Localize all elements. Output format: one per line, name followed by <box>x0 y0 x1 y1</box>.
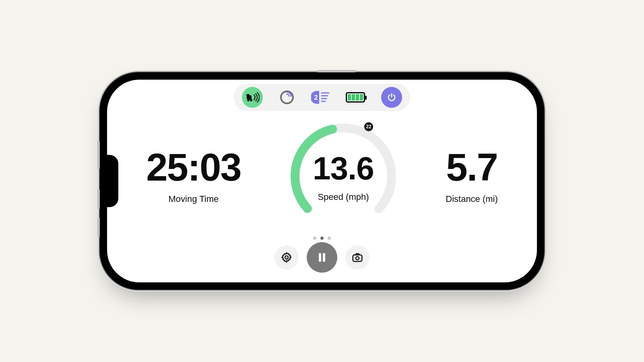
speed-label: Speed (mph) <box>318 192 369 202</box>
page-dot[interactable] <box>313 237 316 240</box>
gps-loading-icon <box>279 89 295 105</box>
status-bar: 2 <box>234 84 410 111</box>
radar-icon <box>242 87 263 108</box>
status-radar[interactable] <box>242 87 263 108</box>
status-power[interactable] <box>381 87 402 108</box>
speed-gauge[interactable]: 22 13.6 Speed (mph) <box>287 120 400 232</box>
screen: 2 <box>107 80 537 282</box>
moving-time-label: Moving Time <box>146 194 241 204</box>
page-indicator[interactable] <box>313 237 331 240</box>
camera-button[interactable] <box>345 245 369 269</box>
power-icon <box>381 87 402 108</box>
page-dot[interactable] <box>328 237 331 240</box>
gear-icon <box>281 251 293 263</box>
page-dot[interactable] <box>320 237 324 240</box>
svg-point-1 <box>247 99 250 101</box>
speed-value: 13.6 <box>313 150 374 187</box>
pause-icon <box>316 251 328 264</box>
metric-moving-time[interactable]: 25:03 Moving Time <box>146 148 241 204</box>
status-gps[interactable] <box>279 89 295 105</box>
bottom-controls <box>275 242 369 273</box>
svg-rect-3 <box>246 94 250 96</box>
phone-button-side <box>97 189 100 209</box>
phone-button-top <box>317 70 356 72</box>
pause-button[interactable] <box>307 242 337 273</box>
moving-time-value: 25:03 <box>146 148 241 187</box>
distance-label: Distance (mi) <box>446 194 498 204</box>
distance-value: 5.7 <box>446 148 498 187</box>
svg-point-2 <box>250 99 252 101</box>
status-sensors[interactable]: 2 <box>311 90 330 105</box>
settings-button[interactable] <box>275 245 299 269</box>
svg-point-15 <box>356 257 359 260</box>
svg-rect-14 <box>353 255 362 261</box>
svg-point-11 <box>285 256 288 259</box>
phone-button-side <box>97 141 100 169</box>
phone-frame: 2 <box>100 72 544 290</box>
camera-icon <box>351 251 363 263</box>
sensor-count-value: 2 <box>314 94 318 101</box>
metrics-row: 25:03 Moving Time 22 13.6 Speed (mph) 5.… <box>107 120 537 232</box>
svg-rect-13 <box>323 253 325 261</box>
svg-rect-12 <box>319 253 321 261</box>
phone-button-side <box>97 217 100 237</box>
metric-distance[interactable]: 5.7 Distance (mi) <box>446 148 498 204</box>
sensor-count-icon: 2 <box>311 90 330 105</box>
svg-point-4 <box>281 91 293 103</box>
